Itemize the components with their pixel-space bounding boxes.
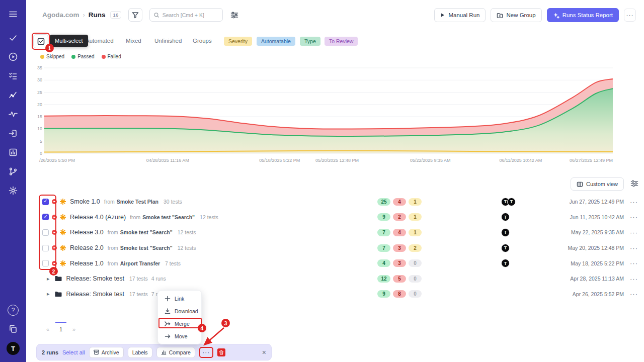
run-date: Jun 11, 2025 10:42 AM [570,214,624,220]
copy-icon[interactable] [8,324,18,334]
page-prev-button[interactable]: « [42,322,53,332]
header-more-button[interactable]: ··· [624,9,636,22]
legend-failed[interactable]: Failed [102,54,121,59]
run-tests-count: 12 tests [178,229,196,235]
pagination: « 1 » [42,322,79,332]
skipped-badge: 1 [409,198,422,206]
annotation-step-4: 4 [198,324,206,332]
row-more-button[interactable]: ··· [630,244,638,252]
group-title[interactable]: Release: Smoke test [66,275,124,282]
group-row[interactable]: ▸ Release: Smoke test 17 tests 7 runs 9 … [0,287,644,302]
archive-button[interactable]: Archive [89,347,124,358]
app-sidebar: ? T [0,0,26,362]
breadcrumb-page: Runs [89,11,106,19]
import-icon[interactable] [8,128,18,138]
tab-groups[interactable]: Groups [193,38,212,44]
run-row[interactable]: Smoke 1.0 from Smoke Test Plan 30 tests … [0,194,644,210]
assignee-avatars: TT [501,198,516,206]
labels-button[interactable]: Labels [128,347,152,358]
play-circle-icon[interactable] [8,52,18,62]
group-row[interactable]: ▸ Release: Smoke test 17 tests 4 runs 12… [0,271,644,287]
action-bar-more-button[interactable]: ··· [201,348,212,357]
run-date: May 20, 2025 12:48 PM [568,245,624,251]
row-more-button[interactable]: ··· [630,259,638,267]
status-failed-icon [52,215,57,220]
menu-item-move[interactable]: Move [158,330,201,342]
close-action-bar-button[interactable]: × [262,348,266,356]
user-avatar: T [501,244,510,252]
run-source[interactable]: Smoke Test Plan [117,199,158,205]
custom-view-button[interactable]: Custom view [571,177,624,191]
run-title[interactable]: Release 1.0 [70,260,104,267]
row-checkbox[interactable] [42,229,49,236]
menu-item-merge[interactable]: Merge [158,317,201,330]
runs-status-report-button[interactable]: Runs Status Report [547,8,619,22]
run-title[interactable]: Release 2.0 [70,244,104,251]
folder-icon [55,276,62,282]
chip-automatable[interactable]: Automatable [257,37,295,46]
run-row[interactable]: Release 3.0 from Smoke test "Search" 12 … [0,225,644,240]
run-tests-count: 12 tests [200,214,218,220]
row-more-button[interactable]: ··· [630,275,638,283]
group-title[interactable]: Release: Smoke test [66,291,124,298]
row-more-button[interactable]: ··· [630,198,638,206]
page-next-button[interactable]: » [68,322,79,332]
run-source[interactable]: Smoke test "Search" [142,214,195,220]
run-title[interactable]: Smoke 1.0 [70,198,100,205]
help-icon[interactable]: ? [8,305,19,316]
settings-icon[interactable] [8,186,18,196]
tab-mixed[interactable]: Mixed [126,38,141,44]
search-input[interactable] [163,12,219,18]
run-row[interactable]: Release 4.0 (Azure) from Smoke test "Sea… [0,210,644,225]
select-all-link[interactable]: Select all [62,349,85,355]
row-checkbox[interactable] [42,260,49,266]
chip-to-review[interactable]: To Review [325,37,358,46]
adjustments-icon[interactable] [230,11,239,20]
legend-passed[interactable]: Passed [71,54,94,59]
passed-badge: 25 [377,198,390,206]
row-more-button[interactable]: ··· [630,290,638,298]
chip-severity[interactable]: Severity [224,37,252,46]
breadcrumb: Agoda.com › Runs 16 [42,11,121,19]
run-title[interactable]: Release 4.0 (Azure) [70,214,126,221]
expand-chevron-icon[interactable]: ▸ [47,291,50,297]
row-more-button[interactable]: ··· [630,213,638,221]
check-icon[interactable] [8,33,18,43]
activity-icon[interactable] [8,109,18,119]
row-more-button[interactable]: ··· [630,229,638,236]
menu-item-download[interactable]: Download [158,305,201,317]
new-group-button[interactable]: New Group [491,8,541,22]
failed-badge: 3 [393,244,406,252]
row-checkbox[interactable] [42,199,49,205]
profile-avatar[interactable]: T [7,342,20,355]
row-checkbox[interactable] [42,245,49,251]
branches-icon[interactable] [8,166,18,176]
run-row[interactable]: Release 1.0 from Airport Transfer 7 test… [0,255,644,271]
legend-skipped[interactable]: Skipped [40,54,64,59]
run-row[interactable]: Release 2.0 from Smoke test "Search" 12 … [0,240,644,256]
row-checkbox[interactable] [42,214,49,220]
run-list-icon[interactable] [8,71,18,81]
header: Agoda.com › Runs 16 [42,8,239,22]
run-source[interactable]: Smoke test "Search" [120,229,173,235]
analytics-icon[interactable] [8,90,18,100]
failed-badge: 5 [393,275,406,283]
tab-automated[interactable]: Automated [86,38,114,44]
filter-funnel-button[interactable] [128,8,142,22]
run-title[interactable]: Release 3.0 [70,229,104,236]
breadcrumb-project[interactable]: Agoda.com [42,11,79,19]
expand-chevron-icon[interactable]: ▸ [47,276,50,282]
menu-item-link[interactable]: Link [158,292,201,305]
report-icon[interactable] [8,147,18,157]
run-tests-count: 7 tests [165,260,181,266]
menu-icon[interactable] [8,9,18,19]
tab-unfinished[interactable]: Unfinished [154,38,182,44]
page-1-button[interactable]: 1 [55,322,66,332]
view-adjustments-icon[interactable] [630,179,639,188]
run-source[interactable]: Smoke test "Search" [120,245,173,251]
chip-type[interactable]: Type [300,37,320,46]
compare-button[interactable]: Compare [156,347,195,358]
run-source[interactable]: Airport Transfer [120,260,160,266]
group-tests-count: 17 tests [129,276,148,282]
manual-run-button[interactable]: Manual Run [434,8,486,22]
